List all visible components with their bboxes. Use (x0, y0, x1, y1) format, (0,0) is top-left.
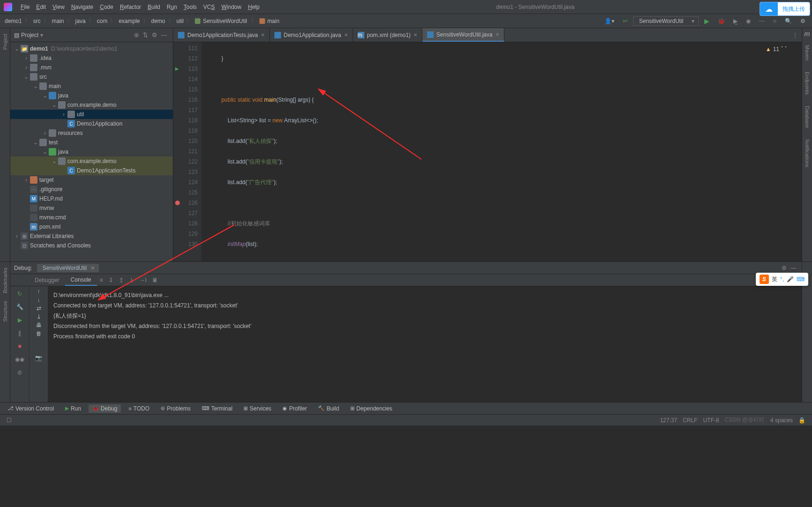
keyboard-icon[interactable]: ⌨ (797, 276, 805, 283)
resume-icon[interactable]: ▶ (14, 314, 25, 326)
breakpoint-icon[interactable] (175, 201, 180, 205)
tree-item[interactable]: ›.mvn (10, 63, 173, 72)
settings-icon[interactable]: ⚙ (150, 31, 159, 38)
ime-punct-icon[interactable]: °, (780, 276, 784, 283)
tree-item[interactable]: CDemo1ApplicationTests (10, 166, 173, 175)
endpoints-tool-button[interactable]: Endpoints (805, 68, 810, 98)
tree-item[interactable]: CDemo1Application (10, 119, 173, 128)
step-over-icon[interactable]: ≡ (97, 277, 106, 283)
console-output[interactable]: D:\environment\jdk\jdk1.8.0_91\bin\java.… (48, 286, 802, 402)
search-icon[interactable]: 🔍 (782, 17, 795, 25)
tree-item[interactable]: ›target (10, 175, 173, 185)
database-tool-button[interactable]: Database (805, 102, 810, 132)
editor-tab-active[interactable]: SensitiveWordUtil.java✕ (422, 28, 504, 42)
tree-item[interactable]: ⌄java (10, 91, 173, 100)
tree-item-selected[interactable]: ›util (10, 110, 173, 119)
line-gutter[interactable]: 111 112 ▶113 114 115 116 117 118 119 120… (173, 42, 201, 261)
editor-tab[interactable]: mpom.xml (demo1)✕ (353, 28, 422, 42)
maven-tool-button[interactable]: Maven (805, 41, 810, 64)
menu-view[interactable]: View (50, 2, 67, 12)
profile-button[interactable]: ◉ (743, 17, 753, 25)
crumb[interactable]: main (258, 18, 281, 24)
project-tree[interactable]: ⌄📁demo1D:\workspace\test1\demo1 ›.idea ›… (10, 42, 173, 261)
crumb[interactable]: util (176, 18, 185, 24)
wrap-icon[interactable]: ⇄ (37, 305, 41, 312)
editor-tab[interactable]: Demo1Application.java✕ (270, 28, 353, 42)
crumb[interactable]: com (96, 18, 109, 24)
menu-refactor[interactable]: Refactor (117, 2, 144, 12)
close-icon[interactable]: ✕ (495, 32, 499, 37)
locate-icon[interactable]: ⊕ (132, 31, 141, 38)
tree-item[interactable]: ⌄src (10, 72, 173, 82)
hide-icon[interactable]: — (789, 265, 798, 271)
crumb[interactable]: example (118, 18, 140, 24)
attach-button[interactable]: ⋯ (756, 17, 768, 25)
tab-more-icon[interactable]: ⋮ (789, 28, 802, 42)
debug-config-chip[interactable]: SensitiveWordUtil ✕ (37, 264, 99, 272)
stop-button[interactable]: ■ (770, 17, 779, 25)
step-force-icon[interactable]: ⤓ (126, 277, 137, 283)
rerun-icon[interactable]: ↻ (14, 288, 25, 299)
down-icon[interactable]: ↓ (37, 297, 40, 303)
stop-icon[interactable]: ■ (14, 341, 25, 352)
close-icon[interactable]: ✕ (90, 265, 95, 271)
tree-item[interactable]: ⌄main (10, 82, 173, 91)
version-control-button[interactable]: ⎇Version Control (4, 404, 58, 413)
tree-item[interactable]: ⌄com.example.demo (10, 100, 173, 110)
run-button[interactable]: ▶ (701, 16, 712, 26)
hide-icon[interactable]: — (159, 31, 169, 38)
terminal-button[interactable]: ⌨Terminal (198, 404, 236, 413)
tree-root[interactable]: ⌄📁demo1D:\workspace\test1\demo1 (10, 44, 173, 53)
crumb[interactable]: demo1 (4, 18, 23, 24)
menu-run[interactable]: Run (164, 2, 180, 12)
tree-item[interactable]: ›resources (10, 128, 173, 138)
menu-help[interactable]: Help (245, 2, 262, 12)
run-config-selector[interactable]: SensitiveWordUtil ▾ (633, 16, 699, 26)
tree-item[interactable]: ›.idea (10, 53, 173, 63)
pause-icon[interactable]: ‖ (14, 328, 25, 339)
scroll-icon[interactable]: ⤓ (37, 313, 41, 320)
project-tool-button[interactable]: Project (2, 30, 8, 53)
menu-bar[interactable]: File Edit View Navigate Code Refactor Bu… (18, 2, 262, 12)
tree-item[interactable]: ⋯.gitignore (10, 185, 173, 194)
menu-edit[interactable]: Edit (33, 2, 49, 12)
crumb[interactable]: demo (150, 18, 166, 24)
project-panel-title[interactable]: ▤ Project ▾ (14, 32, 132, 38)
tab-debugger[interactable]: Debugger (29, 275, 65, 285)
tree-item[interactable]: mvnw (10, 203, 173, 213)
mic-icon[interactable]: 🎤 (787, 276, 794, 283)
tree-item[interactable]: ⊡Scratches and Consoles (10, 241, 173, 250)
lock-icon[interactable]: 🔒 (796, 417, 808, 424)
code-content[interactable]: } public static void main(String[] args)… (201, 42, 802, 261)
coverage-button[interactable]: ▶̲ (731, 17, 740, 25)
menu-vcs[interactable]: VCS (200, 2, 218, 12)
dependencies-button[interactable]: ⊞Dependencies (347, 404, 396, 413)
problems-button[interactable]: ⊝Problems (157, 404, 194, 413)
run-button[interactable]: ▶Run (61, 404, 85, 413)
close-icon[interactable]: ✕ (413, 32, 417, 37)
step-out-icon[interactable]: ↥ (116, 277, 126, 283)
notify-config-icon[interactable]: ⚙ (797, 17, 808, 25)
expand-icon[interactable]: ⇅ (141, 31, 150, 38)
tree-item[interactable]: mpom.xml (10, 222, 173, 231)
caret-position[interactable]: 127:37 (657, 417, 680, 424)
menu-build[interactable]: Build (145, 2, 163, 12)
debug-button[interactable]: 🐞 (715, 17, 728, 25)
run-to-cursor-icon[interactable]: →I (137, 277, 149, 283)
code-editor[interactable]: 111 112 ▶113 114 115 116 117 118 119 120… (173, 42, 802, 261)
build-button[interactable]: 🔨Build (314, 404, 343, 413)
menu-code[interactable]: Code (97, 2, 116, 12)
tree-item[interactable]: mvnw.cmd (10, 213, 173, 222)
ime-lang[interactable]: 英 (772, 276, 777, 283)
menu-tools[interactable]: Tools (181, 2, 199, 12)
bookmarks-tool-button[interactable]: Bookmarks (2, 264, 8, 297)
back-icon[interactable]: ↩ (620, 17, 630, 25)
run-gutter-icon[interactable]: ▶ (175, 64, 179, 74)
crumb[interactable]: main (51, 18, 65, 24)
tree-item[interactable]: ⌄com.example.demo (10, 157, 173, 166)
crumb[interactable]: src (32, 18, 42, 24)
modify-icon[interactable]: 🔧 (14, 301, 25, 313)
crumb[interactable]: SensitiveWordUtil (194, 18, 249, 24)
mute-bp-icon[interactable]: ⊘ (14, 367, 25, 378)
menu-navigate[interactable]: Navigate (68, 2, 96, 12)
